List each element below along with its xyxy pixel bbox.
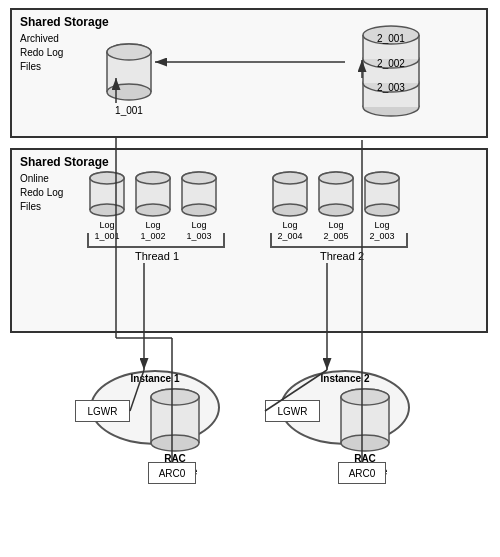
svg-point-54	[365, 172, 399, 184]
svg-point-35	[182, 204, 216, 216]
arc2-label: ARC0	[349, 468, 376, 479]
svg-point-53	[365, 204, 399, 216]
svg-point-48	[319, 172, 353, 184]
archive-cyl-right: 2_001 2_002 2_003	[356, 25, 426, 122]
svg-point-47	[319, 204, 353, 216]
svg-point-41	[273, 204, 307, 216]
shared-storage-top: Shared Storage ArchivedRedo LogFiles 1_0…	[10, 8, 488, 138]
svg-point-65	[341, 435, 389, 451]
lgwr2-label: LGWR	[278, 406, 308, 417]
svg-point-66	[341, 389, 389, 405]
top-storage-title: Shared Storage	[20, 15, 109, 29]
thread1-label: Thread 1	[107, 250, 207, 262]
thread2-bracket	[270, 233, 408, 248]
svg-point-36	[182, 172, 216, 184]
shared-storage-bottom: Shared Storage OnlineRedo LogFiles Log1_…	[10, 148, 488, 333]
thread2-logs: Log2_004 Log2_005	[270, 168, 402, 242]
archive-label-3: 2_003	[356, 82, 426, 93]
archive-label-1: 2_001	[356, 33, 426, 44]
log-2005: Log2_005	[316, 168, 356, 242]
svg-point-59	[151, 435, 199, 451]
svg-point-4	[107, 84, 151, 100]
lgwr2-box: LGWR	[265, 400, 320, 422]
thread1-bracket	[87, 233, 225, 248]
lgwr1-box: LGWR	[75, 400, 130, 422]
top-storage-subtitle: ArchivedRedo LogFiles	[20, 32, 63, 74]
svg-point-24	[90, 172, 124, 184]
bottom-storage-title: Shared Storage	[20, 155, 109, 169]
svg-point-30	[136, 172, 170, 184]
arc2-box: ARC0	[338, 462, 386, 484]
svg-point-29	[136, 204, 170, 216]
arc1-box: ARC0	[148, 462, 196, 484]
thread1-logs: Log1_001 Log1_002	[87, 168, 219, 242]
arc1-label: ARC0	[159, 468, 186, 479]
archive-label-2: 2_002	[356, 58, 426, 69]
bottom-storage-subtitle: OnlineRedo LogFiles	[20, 172, 63, 214]
log-1002: Log1_002	[133, 168, 173, 242]
log-1003: Log1_003	[179, 168, 219, 242]
instance2-name: Instance 2	[290, 373, 400, 384]
archive-cyl-left: 1_001	[102, 40, 156, 116]
lgwr1-label: LGWR	[88, 406, 118, 417]
instance1-name: Instance 1	[100, 373, 210, 384]
svg-point-60	[151, 389, 199, 405]
svg-point-23	[90, 204, 124, 216]
svg-point-5	[107, 44, 151, 60]
thread2-label: Thread 2	[292, 250, 392, 262]
log-1001: Log1_001	[87, 168, 127, 242]
log-2004: Log2_004	[270, 168, 310, 242]
archive-left-label: 1_001	[102, 105, 156, 116]
log-2003: Log2_003	[362, 168, 402, 242]
svg-point-42	[273, 172, 307, 184]
diagram: Shared Storage ArchivedRedo LogFiles 1_0…	[0, 0, 500, 557]
